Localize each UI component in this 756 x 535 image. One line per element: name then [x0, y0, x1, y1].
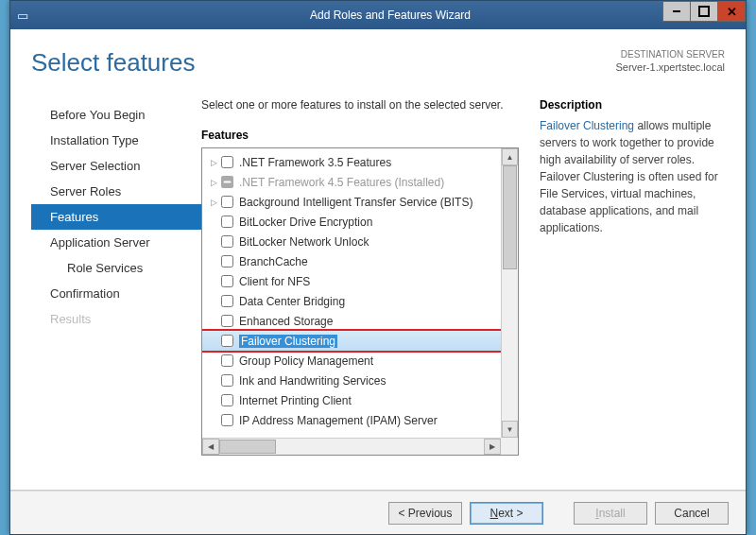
expand-icon[interactable]: ▷ — [208, 178, 219, 187]
scroll-up-button[interactable]: ▲ — [502, 148, 518, 165]
horizontal-scrollbar[interactable]: ◀ ▶ — [202, 438, 501, 455]
feature-label: BitLocker Network Unlock — [239, 235, 369, 249]
scroll-thumb-horizontal[interactable] — [219, 440, 276, 454]
feature-row[interactable]: BranchCache — [202, 251, 501, 271]
minimize-button[interactable] — [662, 1, 691, 22]
destination-label: DESTINATION SERVER — [615, 48, 725, 60]
feature-checkbox[interactable] — [221, 176, 233, 188]
features-list[interactable]: ▷.NET Framework 3.5 Features▷.NET Framew… — [202, 148, 501, 438]
nav-step-server-roles[interactable]: Server Roles — [31, 179, 201, 204]
cancel-button[interactable]: Cancel — [655, 502, 729, 525]
feature-row[interactable]: Failover Clustering — [202, 331, 501, 351]
feature-checkbox[interactable] — [221, 335, 233, 347]
feature-checkbox[interactable] — [221, 255, 233, 268]
description-text: Failover Clustering allows multiple serv… — [540, 117, 725, 236]
previous-button[interactable]: < Previous — [388, 502, 462, 525]
maximize-button[interactable] — [690, 1, 718, 22]
feature-label: Enhanced Storage — [239, 315, 333, 328]
destination-info: DESTINATION SERVER Server-1.xpertstec.lo… — [615, 48, 725, 78]
feature-checkbox[interactable] — [221, 414, 233, 426]
destination-server: Server-1.xpertstec.local — [615, 60, 725, 74]
feature-label: .NET Framework 4.5 Features (Installed) — [239, 176, 444, 189]
nav-step-role-services[interactable]: Role Services — [31, 255, 201, 281]
feature-label: Ink and Handwriting Services — [239, 374, 386, 388]
feature-label: .NET Framework 3.5 Features — [239, 156, 391, 169]
description-body: allows multiple servers to work together… — [540, 119, 718, 234]
feature-checkbox[interactable] — [221, 394, 233, 406]
description-link: Failover Clustering — [540, 119, 634, 132]
instruction-text: Select one or more features to install o… — [201, 98, 519, 112]
feature-label: BitLocker Drive Encryption — [239, 216, 372, 229]
feature-row[interactable]: Enhanced Storage — [202, 311, 501, 331]
description-label: Description — [540, 98, 725, 112]
feature-row[interactable]: BitLocker Network Unlock — [202, 232, 501, 251]
nav-step-application-server[interactable]: Application Server — [31, 230, 201, 255]
feature-row[interactable]: IP Address Management (IPAM) Server — [202, 410, 501, 430]
feature-label: Failover Clustering — [239, 335, 337, 348]
wizard-nav: Before You BeginInstallation TypeServer … — [31, 98, 201, 469]
feature-label: Data Center Bridging — [239, 295, 345, 308]
nav-step-before-you-begin[interactable]: Before You Begin — [31, 102, 201, 128]
page-title: Select features — [31, 48, 195, 78]
features-listbox: ▷.NET Framework 3.5 Features▷.NET Framew… — [201, 147, 519, 456]
scroll-left-button[interactable]: ◀ — [202, 439, 219, 455]
feature-row[interactable]: Data Center Bridging — [202, 291, 501, 311]
expand-icon[interactable]: ▷ — [208, 198, 219, 207]
scroll-down-button[interactable]: ▼ — [502, 421, 518, 438]
feature-row[interactable]: ▷Background Intelligent Transfer Service… — [202, 192, 501, 212]
feature-checkbox[interactable] — [221, 196, 233, 208]
feature-label: Group Policy Management — [239, 354, 373, 368]
nav-step-server-selection[interactable]: Server Selection — [31, 153, 201, 179]
feature-label: Internet Printing Client — [239, 394, 352, 407]
feature-row[interactable]: Internet Printing Client — [202, 390, 501, 410]
scroll-right-button[interactable]: ▶ — [484, 439, 501, 455]
vertical-scrollbar[interactable]: ▲ ▼ — [501, 148, 518, 438]
scroll-thumb-vertical[interactable] — [503, 165, 517, 269]
feature-label: IP Address Management (IPAM) Server — [239, 414, 438, 427]
app-icon: ▭ — [10, 9, 35, 23]
feature-checkbox[interactable] — [221, 374, 233, 387]
feature-checkbox[interactable] — [221, 216, 233, 228]
features-label: Features — [201, 129, 519, 142]
titlebar: ▭ Add Roles and Features Wizard ✕ — [10, 1, 746, 29]
scrollbar-corner — [501, 438, 518, 455]
feature-row[interactable]: Group Policy Management — [202, 351, 501, 371]
feature-checkbox[interactable] — [221, 275, 233, 287]
window-title: Add Roles and Features Wizard — [35, 9, 746, 22]
feature-label: BranchCache — [239, 255, 308, 268]
wizard-window: ▭ Add Roles and Features Wizard ✕ Select… — [9, 0, 747, 535]
feature-row[interactable]: BitLocker Drive Encryption — [202, 212, 501, 232]
feature-row[interactable]: Client for NFS — [202, 271, 501, 291]
close-button[interactable]: ✕ — [717, 1, 746, 22]
feature-label: Client for NFS — [239, 275, 310, 288]
feature-checkbox[interactable] — [221, 315, 233, 327]
nav-step-results: Results — [31, 306, 201, 332]
wizard-footer: < Previous Next > Install Cancel — [10, 491, 746, 534]
feature-checkbox[interactable] — [221, 235, 233, 248]
content-area: Select features DESTINATION SERVER Serve… — [10, 29, 746, 491]
feature-row[interactable]: Ink and Handwriting Services — [202, 371, 501, 390]
feature-checkbox[interactable] — [221, 295, 233, 307]
feature-label: Background Intelligent Transfer Service … — [239, 196, 472, 209]
next-button[interactable]: Next > — [470, 502, 543, 525]
feature-checkbox[interactable] — [221, 354, 233, 367]
nav-step-features[interactable]: Features — [31, 204, 201, 230]
install-button[interactable]: Install — [574, 502, 647, 525]
expand-icon[interactable]: ▷ — [208, 158, 219, 167]
nav-step-confirmation[interactable]: Confirmation — [31, 281, 201, 306]
feature-checkbox[interactable] — [221, 156, 233, 168]
nav-step-installation-type[interactable]: Installation Type — [31, 128, 201, 153]
feature-row[interactable]: ▷.NET Framework 3.5 Features — [202, 152, 501, 172]
feature-row[interactable]: ▷.NET Framework 4.5 Features (Installed) — [202, 172, 501, 192]
